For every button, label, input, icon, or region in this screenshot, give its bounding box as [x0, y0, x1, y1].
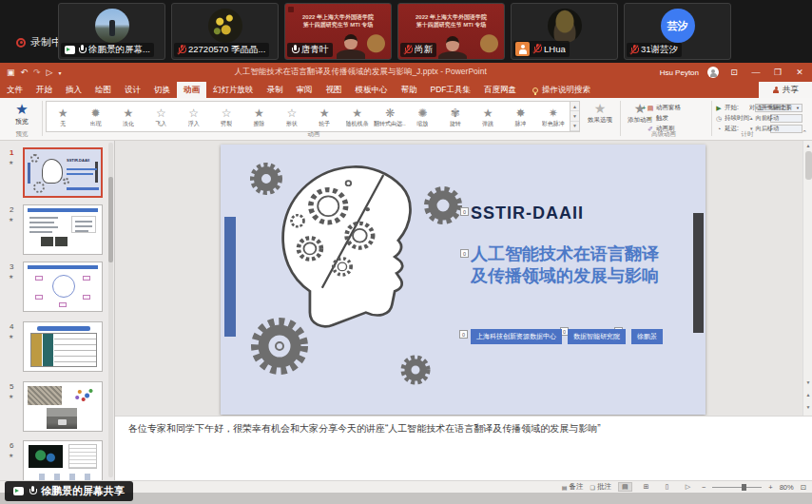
tab-design[interactable]: 设计 — [118, 82, 147, 98]
move-earlier-button[interactable]: ▲ 向前移动 — [749, 113, 808, 124]
tab-animations[interactable]: 动画 — [177, 82, 206, 98]
group-label-advanced-animation: 高级动画 — [620, 130, 707, 139]
animation-effect-zoom[interactable]: ✺缩放 — [406, 102, 438, 131]
tab-record[interactable]: 录制 — [261, 82, 290, 98]
video-tile-lhua[interactable]: LHua — [511, 3, 618, 60]
tab-draw[interactable]: 绘图 — [88, 82, 118, 98]
account-name[interactable]: Hsu Peyton — [660, 68, 699, 77]
slideshow-view-button[interactable]: ▷ — [681, 482, 695, 492]
tab-pdf-tools[interactable]: PDF工具集 — [424, 82, 478, 98]
scrollbar-thumb[interactable] — [805, 151, 812, 180]
notes-pane[interactable]: 各位专家和同学下午好，很荣幸有机会和大家分享今天的讲座“人工智能技术在语言翻译及… — [115, 416, 812, 480]
scroll-up-icon[interactable]: ▲ — [803, 141, 812, 150]
tab-file[interactable]: 文件 — [0, 82, 29, 98]
chip-organization[interactable]: 上海科技创新资源数据中心 — [471, 329, 562, 344]
animation-effect-shape[interactable]: ☆形状 — [276, 102, 308, 131]
tell-me-search[interactable]: 操作说明搜索 — [532, 82, 590, 98]
slide-subtitle[interactable]: 人工智能技术在语言翻译 及传播领域的发展与影响 — [471, 243, 659, 287]
animation-effect-none[interactable]: ★无 — [47, 102, 79, 131]
close-icon[interactable]: ✕ — [793, 68, 806, 77]
current-slide[interactable]: 0 0 0 0 0 SSTIR-DAAII 人工智能技术在语言翻译 及传播领域的… — [221, 145, 706, 415]
canvas-scrollbar[interactable]: ▲ ▼ ▲ ▼ — [802, 141, 812, 416]
animation-effect-float-in[interactable]: ☆浮入 — [178, 102, 210, 131]
minimize-icon[interactable]: — — [749, 68, 763, 77]
animation-pane-button[interactable]: ▤ 动画窗格 — [647, 103, 707, 113]
chip-institute[interactable]: 数据智能研究院 — [568, 329, 626, 344]
slide-thumbnail-6[interactable] — [23, 440, 103, 480]
tab-view[interactable]: 视图 — [319, 82, 349, 98]
slide-number: 3 — [10, 262, 13, 271]
comments-toggle[interactable]: ❏ 批注 — [590, 482, 611, 492]
gallery-up-icon[interactable]: ▲ — [570, 102, 579, 111]
video-tile-jijingjing[interactable]: 22720570 季晶晶... — [171, 3, 279, 60]
animation-effect-spin[interactable]: ✾旋转 — [439, 102, 472, 131]
speaker-notes-text[interactable]: 各位专家和同学下午好，很荣幸有机会和大家分享今天的讲座“人工智能技术在语言翻译及… — [128, 422, 794, 436]
effect-options-button[interactable]: ★ 效果选项 — [584, 102, 616, 125]
zoom-slider-knob[interactable] — [742, 484, 746, 491]
avatar — [208, 9, 242, 43]
animation-effect-pulse[interactable]: ✸脉冲 — [504, 102, 536, 131]
panel-scrollbar[interactable] — [108, 143, 113, 477]
slide-thumbnail-4[interactable] — [23, 321, 103, 372]
slide-thumbnail-1[interactable]: SSTIR-DAAII — [23, 147, 103, 198]
previous-slide-icon[interactable]: ▲ — [803, 390, 812, 399]
tab-slideshow[interactable]: 幻灯片放映 — [206, 82, 261, 98]
chip-presenter[interactable]: 徐鹏景 — [631, 329, 663, 344]
slide-thumbnail-5[interactable] — [23, 381, 103, 432]
tab-transitions[interactable]: 切换 — [147, 82, 177, 98]
customize-qat-icon[interactable]: ▾ — [59, 69, 62, 76]
start-slideshow-icon[interactable]: ▷ — [47, 68, 53, 77]
tab-baidu-netdisk[interactable]: 百度网盘 — [477, 82, 523, 98]
restore-icon[interactable]: ❐ — [771, 68, 784, 77]
ribbon-options-icon[interactable]: ⊡ — [727, 68, 741, 77]
duration-icon: ◷ — [715, 115, 723, 123]
fit-slide-icon[interactable]: ⊡ — [801, 483, 806, 492]
trigger-button[interactable]: ⚡ 触发 — [647, 113, 707, 124]
video-tile-tangqingye[interactable]: 2022 年上海大学外国语学院 第十四届研究生节 MTI 专场 唐青叶 — [284, 3, 392, 60]
zoom-slider[interactable] — [712, 487, 762, 488]
video-tile-xupengjing[interactable]: 徐鹏景的屏幕... — [58, 3, 165, 60]
duration-label: 持续时间: — [725, 114, 751, 123]
reading-view-button[interactable]: ▯ — [660, 482, 674, 492]
slide-sorter-view-button[interactable]: ⊞ — [639, 482, 653, 492]
zoom-percentage[interactable]: 80% — [780, 483, 794, 492]
slide-thumbnail-3[interactable] — [23, 262, 103, 312]
animation-effect-wipe[interactable]: ★擦除 — [242, 102, 275, 131]
undo-icon[interactable]: ↶ — [21, 68, 29, 77]
animation-effect-random-bars[interactable]: ★随机线条 — [340, 102, 373, 131]
video-tile-shangxin[interactable]: 2022 年上海大学外国语学院 第十四届研究生节 MTI 专场 尚新 — [397, 3, 505, 60]
tab-review[interactable]: 审阅 — [290, 82, 319, 98]
collapse-ribbon-icon[interactable]: ⌃ — [802, 129, 807, 137]
video-tile-xieyunxi[interactable]: 芸汐 31谢芸汐 — [624, 3, 731, 60]
animation-effect-swivel[interactable]: ❋翻转式由远... — [374, 102, 406, 131]
slide-thumbnail-2[interactable] — [23, 204, 103, 255]
animation-effect-split[interactable]: ☆劈裂 — [210, 102, 242, 131]
preview-button[interactable]: ★ 预览 — [8, 102, 36, 126]
next-slide-icon[interactable]: ▼ — [803, 402, 812, 412]
save-icon[interactable]: ▣ — [7, 68, 15, 77]
gallery-scrollbar[interactable]: ▲ ▼ ▼ — [570, 101, 580, 132]
gallery-more-icon[interactable]: ▼ — [570, 122, 579, 131]
animation-effect-color-pulse[interactable]: ✷彩色脉冲 — [537, 102, 570, 131]
normal-view-button[interactable]: ▤ — [618, 482, 632, 492]
animation-effect-fly-in[interactable]: ☆飞入 — [145, 102, 177, 131]
redo-icon[interactable]: ↷ — [33, 68, 41, 77]
slide-title[interactable]: SSTIR-DAAII — [471, 204, 584, 223]
animation-effect-fade[interactable]: ★淡化 — [112, 102, 145, 131]
move-later-button[interactable]: ▼ 向后移动 — [749, 124, 808, 134]
share-button[interactable]: 共享 — [759, 82, 812, 98]
tab-insert[interactable]: 插入 — [59, 82, 88, 98]
tab-home[interactable]: 开始 — [29, 82, 59, 98]
zoom-in-button[interactable]: + — [768, 483, 772, 492]
animation-effect-bounce[interactable]: ★弹跳 — [472, 102, 504, 131]
animation-effect-appear[interactable]: ✹出现 — [79, 102, 111, 131]
notes-toggle[interactable]: ▤ 备注 — [562, 482, 584, 492]
zoom-out-button[interactable]: − — [702, 483, 706, 492]
tab-help[interactable]: 帮助 — [395, 82, 424, 98]
video-banner-text: 2022 年上海大学外国语学院 第十四届研究生节 MTI 专场 — [285, 13, 391, 29]
gallery-down-icon[interactable]: ▼ — [570, 111, 579, 121]
account-avatar[interactable] — [707, 67, 719, 78]
scroll-down-icon[interactable]: ▼ — [803, 378, 812, 387]
tab-template-center[interactable]: 模板中心 — [349, 82, 395, 98]
animation-effect-wheel[interactable]: ★轮子 — [308, 102, 340, 131]
